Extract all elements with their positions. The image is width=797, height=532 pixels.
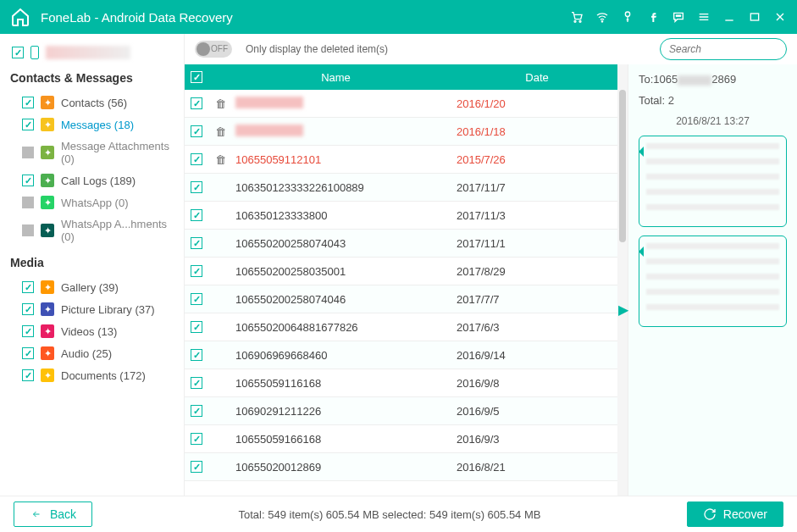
item-checkbox[interactable] bbox=[22, 147, 34, 158]
item-checkbox[interactable] bbox=[22, 281, 34, 293]
row-checkbox[interactable] bbox=[191, 321, 202, 333]
cell-name: 106906969668460 bbox=[230, 349, 457, 362]
sidebar-item[interactable]: ✦Call Logs (189) bbox=[7, 169, 177, 191]
menu-icon[interactable] bbox=[697, 10, 711, 24]
footer-summary: Total: 549 item(s) 605.54 MB selected: 5… bbox=[92, 508, 687, 521]
wifi-icon[interactable] bbox=[595, 10, 609, 24]
row-checkbox[interactable] bbox=[191, 405, 202, 417]
row-checkbox[interactable] bbox=[191, 97, 202, 109]
table-row[interactable]: 🗑2016/1/18 bbox=[185, 118, 617, 146]
device-row[interactable] bbox=[7, 42, 177, 63]
cell-name: 10655020012869 bbox=[230, 461, 457, 474]
sidebar-item[interactable]: ✦Contacts (56) bbox=[7, 91, 177, 114]
item-checkbox[interactable] bbox=[22, 224, 34, 236]
cell-date: 2016/1/18 bbox=[457, 125, 617, 138]
cell-date: 2015/7/26 bbox=[457, 153, 617, 166]
sidebar-item[interactable]: ✦Gallery (39) bbox=[7, 276, 177, 298]
table-scrollbar[interactable] bbox=[617, 64, 628, 496]
back-arrow-icon bbox=[30, 509, 43, 519]
preview-total: Total: 2 bbox=[639, 94, 787, 107]
toggle-label: Only display the deleted item(s) bbox=[246, 43, 388, 55]
search-input[interactable] bbox=[669, 43, 797, 55]
table-row[interactable]: 106550200648816778262017/6/3 bbox=[185, 313, 617, 341]
footer: Back Total: 549 item(s) 605.54 MB select… bbox=[0, 496, 797, 532]
svg-rect-7 bbox=[750, 14, 758, 20]
picture-icon: ✦ bbox=[41, 302, 54, 316]
gallery-icon: ✦ bbox=[41, 280, 54, 294]
item-checkbox[interactable] bbox=[22, 97, 34, 108]
titlebar: FoneLab - Android Data Recovery bbox=[0, 0, 797, 34]
item-checkbox[interactable] bbox=[22, 369, 34, 381]
sidebar-item[interactable]: ✦Videos (13) bbox=[7, 320, 177, 342]
device-checkbox[interactable] bbox=[12, 47, 24, 58]
row-checkbox[interactable] bbox=[191, 153, 202, 165]
col-name[interactable]: Name bbox=[215, 71, 457, 84]
phone-icon: ✦ bbox=[41, 174, 54, 187]
cell-name: 10690291211226 bbox=[230, 405, 457, 418]
item-checkbox[interactable] bbox=[22, 347, 34, 359]
table-row[interactable]: 106550200128692016/8/21 bbox=[185, 453, 617, 481]
whatsapp-att-icon: ✦ bbox=[41, 224, 54, 237]
cell-name: 106550200258035001 bbox=[230, 265, 457, 278]
row-checkbox[interactable] bbox=[191, 461, 202, 473]
contacts-icon: ✦ bbox=[41, 96, 54, 109]
sidebar-item[interactable]: ✦Messages (18) bbox=[7, 114, 177, 136]
row-checkbox[interactable] bbox=[191, 293, 202, 305]
table-row[interactable]: 106902912112262016/9/5 bbox=[185, 397, 617, 425]
home-icon[interactable] bbox=[10, 7, 30, 27]
item-checkbox[interactable] bbox=[22, 325, 34, 337]
row-checkbox[interactable] bbox=[191, 181, 202, 193]
select-all-checkbox[interactable] bbox=[191, 71, 202, 83]
cell-date: 2017/11/3 bbox=[457, 209, 617, 222]
sidebar-item[interactable]: ✦Picture Library (37) bbox=[7, 298, 177, 320]
sidebar-item-label: Message Attachments (0) bbox=[61, 140, 177, 165]
row-checkbox[interactable] bbox=[191, 377, 202, 389]
trash-icon: 🗑 bbox=[215, 97, 230, 110]
svg-point-5 bbox=[678, 15, 678, 16]
item-checkbox[interactable] bbox=[22, 119, 34, 130]
back-button[interactable]: Back bbox=[14, 502, 92, 527]
row-checkbox[interactable] bbox=[191, 433, 202, 445]
sidebar-item[interactable]: ✦Documents (172) bbox=[7, 364, 177, 386]
app-title: FoneLab - Android Data Recovery bbox=[41, 10, 570, 25]
minimize-icon[interactable] bbox=[722, 10, 736, 24]
close-icon[interactable] bbox=[773, 10, 787, 24]
table-row[interactable]: 1065502002580740462017/7/7 bbox=[185, 285, 617, 313]
search-box[interactable] bbox=[660, 38, 787, 60]
expand-arrow-icon[interactable]: ▶ bbox=[618, 302, 628, 318]
table-row[interactable]: 1065502002580350012017/8/29 bbox=[185, 258, 617, 285]
category-header: Media bbox=[10, 256, 177, 269]
table-row[interactable]: 🗑106550591121012015/7/26 bbox=[185, 146, 617, 174]
cell-name: 106350123333226100889 bbox=[230, 181, 457, 194]
recover-button[interactable]: Recover bbox=[687, 502, 783, 527]
feedback-icon[interactable] bbox=[672, 10, 685, 24]
facebook-icon[interactable] bbox=[646, 10, 660, 24]
maximize-icon[interactable] bbox=[748, 10, 761, 24]
row-checkbox[interactable] bbox=[191, 125, 202, 137]
sidebar-item[interactable]: ✦Audio (25) bbox=[7, 342, 177, 364]
row-checkbox[interactable] bbox=[191, 349, 202, 361]
table-row[interactable]: 106550591661682016/9/3 bbox=[185, 425, 617, 453]
item-checkbox[interactable] bbox=[22, 175, 34, 186]
row-checkbox[interactable] bbox=[191, 265, 202, 277]
deleted-only-toggle[interactable]: OFF bbox=[195, 41, 232, 58]
item-checkbox[interactable] bbox=[22, 303, 34, 315]
row-checkbox[interactable] bbox=[191, 209, 202, 221]
table-row[interactable]: 1065502002580740432017/11/1 bbox=[185, 230, 617, 258]
cell-date: 2017/8/29 bbox=[457, 265, 617, 278]
phone-icon bbox=[30, 46, 39, 59]
table-row[interactable]: 1063501233338002017/11/3 bbox=[185, 202, 617, 230]
key-icon[interactable] bbox=[621, 10, 634, 24]
table-row[interactable]: 1063501233332261008892017/11/7 bbox=[185, 174, 617, 202]
row-checkbox[interactable] bbox=[191, 237, 202, 249]
cart-icon[interactable] bbox=[570, 10, 584, 24]
table-row[interactable]: 🗑2016/1/20 bbox=[185, 90, 617, 118]
table-row[interactable]: 106550591161682016/9/8 bbox=[185, 369, 617, 397]
sidebar-item[interactable]: ✦Message Attachments (0) bbox=[7, 136, 177, 169]
table-row[interactable]: 1069069696684602016/9/14 bbox=[185, 341, 617, 369]
item-checkbox[interactable] bbox=[22, 197, 34, 208]
scroll-thumb[interactable] bbox=[619, 90, 626, 242]
sidebar-item[interactable]: ✦WhatsApp (0) bbox=[7, 191, 177, 213]
col-date[interactable]: Date bbox=[457, 71, 617, 84]
sidebar-item[interactable]: ✦WhatsApp A...hments (0) bbox=[7, 213, 177, 247]
